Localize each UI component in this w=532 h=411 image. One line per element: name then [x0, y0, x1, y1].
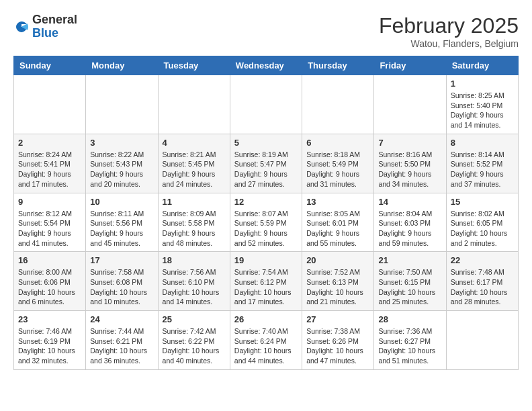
title-area: February 2025 Watou, Flanders, Belgium	[379, 13, 519, 49]
calendar-cell: 11Sunrise: 8:09 AM Sunset: 5:58 PM Dayli…	[158, 193, 230, 252]
day-info: Sunrise: 7:38 AM Sunset: 6:26 PM Dayligh…	[306, 326, 369, 366]
day-info: Sunrise: 8:21 AM Sunset: 5:45 PM Dayligh…	[163, 150, 226, 189]
calendar-week-row: 23Sunrise: 7:46 AM Sunset: 6:19 PM Dayli…	[14, 311, 519, 370]
day-number: 4	[163, 138, 226, 148]
calendar-cell	[158, 75, 230, 134]
day-info: Sunrise: 7:48 AM Sunset: 6:17 PM Dayligh…	[451, 267, 514, 307]
calendar-cell: 8Sunrise: 8:14 AM Sunset: 5:52 PM Daylig…	[446, 134, 518, 193]
day-number: 23	[18, 314, 81, 324]
calendar-header-monday: Monday	[86, 56, 158, 75]
calendar-header-saturday: Saturday	[446, 56, 518, 75]
day-info: Sunrise: 7:44 AM Sunset: 6:21 PM Dayligh…	[90, 326, 153, 366]
day-number: 13	[306, 197, 369, 207]
calendar-cell: 7Sunrise: 8:16 AM Sunset: 5:50 PM Daylig…	[374, 134, 446, 193]
day-info: Sunrise: 7:50 AM Sunset: 6:15 PM Dayligh…	[378, 267, 441, 307]
day-number: 21	[378, 255, 441, 265]
logo: General Blue	[13, 13, 77, 40]
day-number: 28	[378, 314, 441, 324]
calendar-cell: 24Sunrise: 7:44 AM Sunset: 6:21 PM Dayli…	[86, 311, 158, 370]
calendar-cell: 10Sunrise: 8:11 AM Sunset: 5:56 PM Dayli…	[86, 193, 158, 252]
day-number: 20	[306, 255, 369, 265]
day-number: 6	[306, 138, 369, 148]
calendar-cell: 20Sunrise: 7:52 AM Sunset: 6:13 PM Dayli…	[302, 252, 374, 311]
day-info: Sunrise: 8:11 AM Sunset: 5:56 PM Dayligh…	[90, 209, 153, 248]
calendar-cell: 5Sunrise: 8:19 AM Sunset: 5:47 PM Daylig…	[230, 134, 302, 193]
day-info: Sunrise: 8:19 AM Sunset: 5:47 PM Dayligh…	[234, 150, 298, 189]
logo-icon	[13, 19, 30, 35]
day-info: Sunrise: 7:52 AM Sunset: 6:13 PM Dayligh…	[306, 267, 369, 307]
calendar-cell	[374, 75, 446, 134]
day-info: Sunrise: 8:12 AM Sunset: 5:54 PM Dayligh…	[18, 209, 81, 248]
calendar-cell: 19Sunrise: 7:54 AM Sunset: 6:12 PM Dayli…	[230, 252, 302, 311]
calendar-header-friday: Friday	[374, 56, 446, 75]
calendar-cell: 16Sunrise: 8:00 AM Sunset: 6:06 PM Dayli…	[14, 252, 86, 311]
calendar-week-row: 16Sunrise: 8:00 AM Sunset: 6:06 PM Dayli…	[14, 252, 519, 311]
day-number: 24	[90, 314, 153, 324]
day-number: 5	[234, 138, 298, 148]
calendar-cell: 13Sunrise: 8:05 AM Sunset: 6:01 PM Dayli…	[302, 193, 374, 252]
calendar-header-wednesday: Wednesday	[230, 56, 302, 75]
day-number: 3	[90, 138, 153, 148]
calendar-week-row: 2Sunrise: 8:24 AM Sunset: 5:41 PM Daylig…	[14, 134, 519, 193]
month-title: February 2025	[379, 13, 519, 38]
day-info: Sunrise: 7:46 AM Sunset: 6:19 PM Dayligh…	[18, 326, 81, 366]
day-info: Sunrise: 8:02 AM Sunset: 6:05 PM Dayligh…	[451, 209, 514, 248]
calendar-cell	[86, 75, 158, 134]
day-info: Sunrise: 8:04 AM Sunset: 6:03 PM Dayligh…	[378, 209, 441, 248]
day-number: 16	[18, 255, 81, 265]
calendar-cell	[446, 311, 518, 370]
day-number: 11	[163, 197, 226, 207]
calendar-cell	[230, 75, 302, 134]
day-info: Sunrise: 8:00 AM Sunset: 6:06 PM Dayligh…	[18, 267, 81, 307]
calendar-cell	[14, 75, 86, 134]
day-info: Sunrise: 7:54 AM Sunset: 6:12 PM Dayligh…	[234, 267, 298, 307]
calendar-cell: 2Sunrise: 8:24 AM Sunset: 5:41 PM Daylig…	[14, 134, 86, 193]
calendar-cell: 9Sunrise: 8:12 AM Sunset: 5:54 PM Daylig…	[14, 193, 86, 252]
calendar-header-tuesday: Tuesday	[158, 56, 230, 75]
day-info: Sunrise: 8:24 AM Sunset: 5:41 PM Dayligh…	[18, 150, 81, 189]
header: General Blue February 2025 Watou, Flande…	[13, 13, 519, 49]
day-info: Sunrise: 7:42 AM Sunset: 6:22 PM Dayligh…	[163, 326, 226, 366]
day-number: 14	[378, 197, 441, 207]
day-info: Sunrise: 8:18 AM Sunset: 5:49 PM Dayligh…	[306, 150, 369, 189]
calendar-cell: 4Sunrise: 8:21 AM Sunset: 5:45 PM Daylig…	[158, 134, 230, 193]
day-info: Sunrise: 7:40 AM Sunset: 6:24 PM Dayligh…	[234, 326, 298, 366]
day-number: 1	[451, 79, 514, 89]
day-number: 26	[234, 314, 298, 324]
day-number: 25	[163, 314, 226, 324]
calendar-cell: 25Sunrise: 7:42 AM Sunset: 6:22 PM Dayli…	[158, 311, 230, 370]
day-info: Sunrise: 8:14 AM Sunset: 5:52 PM Dayligh…	[451, 150, 514, 189]
day-info: Sunrise: 7:36 AM Sunset: 6:27 PM Dayligh…	[378, 326, 441, 366]
day-number: 17	[90, 255, 153, 265]
calendar-cell: 3Sunrise: 8:22 AM Sunset: 5:43 PM Daylig…	[86, 134, 158, 193]
calendar-header-sunday: Sunday	[14, 56, 86, 75]
logo-general-text: General	[32, 13, 77, 26]
calendar-cell	[302, 75, 374, 134]
calendar-cell: 14Sunrise: 8:04 AM Sunset: 6:03 PM Dayli…	[374, 193, 446, 252]
calendar-cell: 18Sunrise: 7:56 AM Sunset: 6:10 PM Dayli…	[158, 252, 230, 311]
logo-text: General Blue	[32, 13, 77, 40]
calendar-header-thursday: Thursday	[302, 56, 374, 75]
day-number: 7	[378, 138, 441, 148]
location: Watou, Flanders, Belgium	[379, 38, 519, 49]
day-number: 15	[451, 197, 514, 207]
day-number: 22	[451, 255, 514, 265]
calendar-cell: 6Sunrise: 8:18 AM Sunset: 5:49 PM Daylig…	[302, 134, 374, 193]
calendar-header-row: SundayMondayTuesdayWednesdayThursdayFrid…	[14, 56, 519, 75]
calendar-week-row: 1Sunrise: 8:25 AM Sunset: 5:40 PM Daylig…	[14, 75, 519, 134]
calendar-cell: 22Sunrise: 7:48 AM Sunset: 6:17 PM Dayli…	[446, 252, 518, 311]
day-number: 2	[18, 138, 81, 148]
calendar-week-row: 9Sunrise: 8:12 AM Sunset: 5:54 PM Daylig…	[14, 193, 519, 252]
calendar-cell: 17Sunrise: 7:58 AM Sunset: 6:08 PM Dayli…	[86, 252, 158, 311]
day-number: 18	[163, 255, 226, 265]
day-info: Sunrise: 8:25 AM Sunset: 5:40 PM Dayligh…	[451, 91, 514, 130]
calendar-cell: 12Sunrise: 8:07 AM Sunset: 5:59 PM Dayli…	[230, 193, 302, 252]
calendar-cell: 26Sunrise: 7:40 AM Sunset: 6:24 PM Dayli…	[230, 311, 302, 370]
day-info: Sunrise: 8:05 AM Sunset: 6:01 PM Dayligh…	[306, 209, 369, 248]
day-info: Sunrise: 8:16 AM Sunset: 5:50 PM Dayligh…	[378, 150, 441, 189]
calendar-cell: 27Sunrise: 7:38 AM Sunset: 6:26 PM Dayli…	[302, 311, 374, 370]
day-number: 9	[18, 197, 81, 207]
calendar: SundayMondayTuesdayWednesdayThursdayFrid…	[13, 56, 519, 370]
day-info: Sunrise: 7:58 AM Sunset: 6:08 PM Dayligh…	[90, 267, 153, 307]
day-number: 8	[451, 138, 514, 148]
